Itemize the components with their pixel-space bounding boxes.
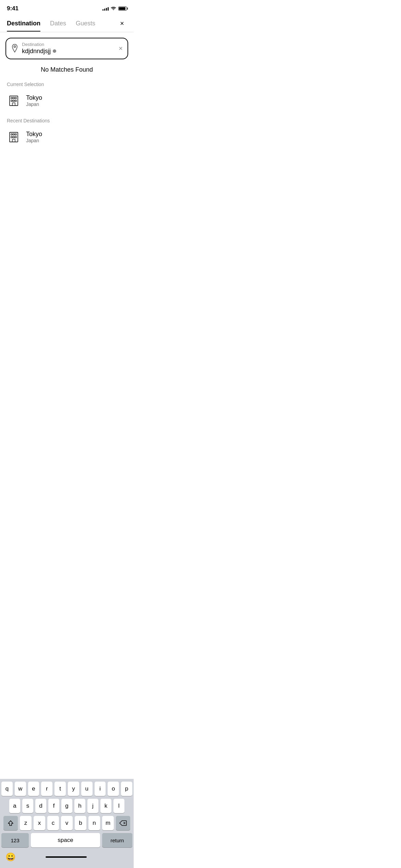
location-info: Tokyo Japan (26, 94, 42, 107)
tab-guests[interactable]: Guests (76, 16, 95, 31)
recent-destination-item[interactable]: Tokyo Japan (0, 127, 134, 147)
svg-rect-7 (15, 100, 16, 101)
search-box[interactable]: Destination kdjdnndjsjj × (5, 38, 128, 59)
svg-rect-5 (11, 100, 12, 101)
recent-city-name: Tokyo (26, 131, 42, 138)
svg-rect-10 (11, 134, 12, 135)
svg-rect-16 (12, 139, 15, 142)
tab-dates[interactable]: Dates (50, 16, 66, 31)
status-bar: 9:41 (0, 0, 134, 15)
current-selection-label: Current Selection (0, 82, 134, 87)
svg-rect-4 (15, 97, 16, 99)
recent-location-info: Tokyo Japan (26, 131, 42, 143)
country-name: Japan (26, 101, 42, 107)
svg-rect-13 (11, 136, 12, 138)
recent-destinations-label: Recent Destinations (0, 118, 134, 123)
svg-rect-2 (11, 97, 12, 99)
current-selection-item[interactable]: Tokyo Japan (0, 91, 134, 111)
svg-rect-15 (15, 136, 16, 138)
search-label: Destination (22, 42, 115, 47)
wifi-icon (111, 7, 116, 11)
pin-icon (11, 44, 19, 53)
svg-rect-11 (13, 134, 14, 135)
building-icon-2 (7, 130, 21, 144)
building-icon (7, 94, 21, 108)
svg-rect-12 (15, 134, 16, 135)
svg-point-0 (14, 46, 16, 48)
recent-country-name: Japan (26, 138, 42, 143)
search-container: Destination kdjdnndjsjj × (5, 38, 128, 59)
signal-icon (102, 7, 109, 11)
cursor-dot (53, 49, 56, 53)
svg-rect-14 (13, 136, 14, 138)
svg-rect-8 (12, 103, 15, 106)
status-time: 9:41 (7, 5, 19, 12)
search-input-area: Destination kdjdnndjsjj (22, 42, 115, 55)
svg-rect-3 (13, 97, 14, 99)
clear-button[interactable]: × (119, 45, 123, 52)
close-button[interactable]: × (117, 17, 127, 30)
no-matches-text: No Matches Found (0, 66, 134, 73)
tab-destination[interactable]: Destination (7, 16, 40, 31)
battery-icon (118, 7, 127, 11)
status-icons (102, 7, 127, 11)
tab-bar: Destination Dates Guests × (0, 15, 134, 32)
search-text: kdjdnndjsjj (22, 47, 51, 55)
search-value: kdjdnndjsjj (22, 47, 115, 55)
svg-rect-6 (13, 100, 14, 101)
city-name: Tokyo (26, 94, 42, 101)
